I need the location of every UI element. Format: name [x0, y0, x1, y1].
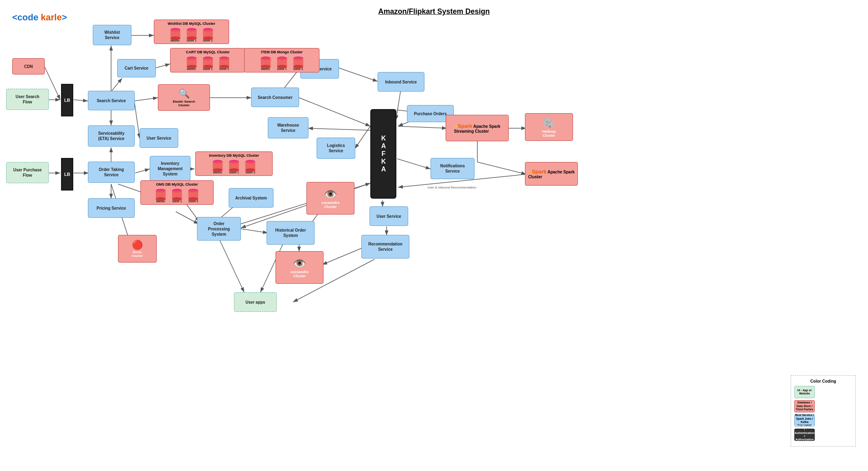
- recommendation-label: User & Inbound Recommendation: [427, 186, 477, 189]
- elastic-search-cluster: 🔍 Elastic SearchCluster: [158, 84, 210, 111]
- svg-line-8: [111, 78, 122, 92]
- apache-spark-cluster: ★Spark Apache SparkCluster: [525, 162, 578, 186]
- legend-item-green: UI - App orWebsite: [794, 386, 852, 398]
- kafka-node: KAFKA: [370, 109, 396, 199]
- pricing-service-node: Pricing Service: [88, 198, 135, 218]
- inventory-management-node: InventoryManagementSystem: [150, 156, 190, 181]
- recommendation-service-node: RecommendationService: [361, 235, 409, 259]
- svg-line-20: [355, 126, 370, 149]
- archival-system-node: Archival System: [229, 188, 273, 208]
- oms-db-cluster: OMS DB MySQL Cluster Master Slave 1 Slav…: [140, 180, 214, 205]
- order-processing-node: OrderProcessingSystem: [197, 217, 241, 241]
- svg-line-30: [322, 247, 364, 265]
- logo: <code karle>: [12, 12, 67, 23]
- search-consumer-node: Search Consumer: [251, 88, 299, 107]
- lb2-node: LB: [61, 158, 73, 191]
- svg-line-48: [299, 98, 370, 126]
- svg-line-11: [134, 101, 140, 138]
- order-taking-service-node: Order TakingService: [88, 162, 135, 183]
- svg-line-22: [397, 159, 431, 169]
- item-db-cluster: ITEM DB Mongo Cluster Master Slave 1 Sla…: [244, 48, 319, 72]
- svg-line-39: [176, 212, 199, 224]
- user-service2-node: User Service: [370, 206, 408, 226]
- page-title: Amazon/Flipkart System Design: [378, 7, 490, 16]
- apache-spark-streaming-cluster: ★Spark Apache SparkStreaming Cluster: [446, 115, 509, 141]
- warehouse-service-node: WarehouseService: [268, 117, 308, 138]
- search-service-node: Search Service: [88, 91, 135, 110]
- cart-service-node: Cart Service: [117, 59, 156, 77]
- notifications-service-node: NotificationsService: [431, 158, 474, 179]
- historical-order-node: Historical OrderSystem: [267, 221, 315, 245]
- svg-line-9: [134, 98, 158, 101]
- svg-line-46: [220, 240, 244, 292]
- svg-line-5: [74, 100, 88, 101]
- serviceability-service-node: Serviceability(ETA) Service: [88, 125, 135, 147]
- cdn-node: CDN: [12, 58, 45, 74]
- svg-line-26: [477, 162, 526, 174]
- user-search-flow-node: User SearchFlow: [6, 89, 49, 110]
- legend-item-black: Load Balancer /Authentication +Authoriza…: [794, 429, 852, 441]
- user-purchase-flow-node: User PurchaseFlow: [6, 162, 49, 183]
- svg-line-17: [339, 68, 378, 81]
- inventory-db-cluster: Inventory DB MySQL Cluster Master Slave …: [195, 151, 273, 176]
- wishlist-service-node: WishlistService: [93, 25, 131, 45]
- svg-line-33: [135, 169, 150, 173]
- legend-item-red: Database /Data Store /Third Parties: [794, 400, 852, 412]
- cart-db-cluster: CART DB MySQL Cluster Master Slave 1 Sla…: [170, 48, 245, 72]
- cassandra2-cluster: 👁️ cassandraCluster: [275, 251, 324, 284]
- user-apps-node: User apps: [234, 292, 277, 312]
- page: Amazon/Flipkart System Design <code karl…: [0, 0, 868, 471]
- logistics-service-node: LogisticsService: [317, 138, 355, 159]
- lb1-node: LB: [61, 84, 73, 116]
- svg-line-21: [308, 128, 370, 130]
- color-legend: Color Coding UI - App orWebsite Database…: [791, 375, 856, 447]
- svg-line-13: [155, 64, 170, 68]
- inbound-service-node: Inbound Service: [378, 72, 424, 92]
- svg-line-23: [398, 126, 447, 128]
- user-service1-node: User Service: [140, 128, 178, 148]
- cassandra1-cluster: 👁️ cassandraCluster: [306, 182, 354, 215]
- redis-cluster: 🔴 RedisCluster: [118, 235, 157, 263]
- svg-line-41: [241, 229, 268, 233]
- hadoop-cluster: 🐘 HadoopCluster: [525, 113, 573, 141]
- wishlist-db-cluster: Wishlist DB MySQL Cluster Master Slave 1…: [154, 20, 229, 44]
